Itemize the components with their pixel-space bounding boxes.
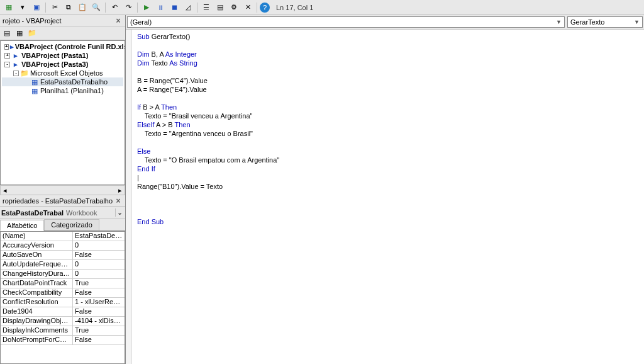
tree-item[interactable]: +▸VBAProject (Controle Funil RD.xlsx [2, 42, 123, 51]
view-dropdown-icon[interactable]: ▾ [16, 2, 29, 13]
object-combo[interactable]: (Geral) ▼ [127, 16, 565, 28]
module-icon: ▦ [30, 77, 39, 86]
code-line[interactable]: Texto = "Brasil venceu a Argentina" [137, 111, 639, 120]
view-object-icon[interactable]: ▦ [14, 28, 25, 38]
save-icon[interactable]: ▣ [30, 2, 43, 13]
module-icon: ▸ [10, 42, 14, 51]
reset-icon[interactable]: ◼ [168, 2, 180, 13]
code-text[interactable]: Sub GerarTexto() Dim B, A As IntegerDim … [132, 30, 644, 364]
scroll-left-icon[interactable]: ◂ [3, 186, 7, 195]
toggle-folders-icon[interactable]: 📁 [26, 28, 38, 38]
code-line[interactable] [137, 67, 639, 76]
tree-item[interactable]: +▸VBAProject (Pasta1) [2, 51, 123, 60]
code-line[interactable] [137, 208, 639, 217]
close-icon[interactable]: × [114, 196, 123, 205]
help-icon[interactable]: ? [260, 3, 270, 13]
chevron-down-icon[interactable]: ▼ [556, 19, 562, 25]
code-line[interactable]: Else [137, 147, 639, 156]
project-panel-title: rojeto - VBAProject [3, 17, 62, 25]
tree-item[interactable]: ▦EstaPastaDeTrabalho [2, 77, 123, 86]
property-row[interactable]: DoNotPromptForConveFalse [1, 336, 125, 345]
tree-item[interactable]: -▸VBAProject (Pasta3) [2, 60, 123, 69]
property-row[interactable]: CheckCompatibilityFalse [1, 288, 125, 298]
property-value[interactable]: 0 [73, 260, 125, 269]
code-line[interactable]: End Sub [137, 217, 639, 226]
property-name: Date1904 [1, 307, 73, 316]
project-tree[interactable]: +▸VBAProject (Controle Funil RD.xlsx+▸VB… [0, 40, 125, 185]
project-scrollbar[interactable]: ◂ ▸ [0, 185, 125, 195]
run-icon[interactable]: ▶ [140, 2, 153, 13]
property-value[interactable]: True [73, 279, 125, 288]
tree-toggle-icon[interactable]: + [4, 44, 9, 50]
code-line[interactable] [137, 138, 639, 147]
code-line[interactable]: Sub GerarTexto() [137, 32, 639, 41]
code-line[interactable] [137, 94, 639, 103]
toolbox-icon[interactable]: ✕ [242, 2, 254, 13]
code-editor[interactable]: Sub GerarTexto() Dim B, A As IntegerDim … [126, 30, 644, 364]
tree-item[interactable]: -📁Microsoft Excel Objetos [2, 69, 123, 77]
tab-alfabetico[interactable]: Alfabético [0, 220, 44, 231]
code-line[interactable]: Dim B, A As Integer [137, 50, 639, 59]
property-row[interactable]: AutoSaveOnFalse [1, 251, 125, 260]
property-value[interactable]: False [73, 288, 125, 297]
main-toolbar: ▦ ▾ ▣ ✂ ⧉ 📋 🔍 ↶ ↷ ▶ ⏸ ◼ ◿ ☰ ▤ ⚙ ✕ ? Ln 1… [0, 0, 644, 15]
code-line[interactable]: End If [137, 164, 639, 173]
chevron-down-icon[interactable]: ▼ [634, 19, 640, 25]
design-mode-icon[interactable]: ◿ [182, 2, 194, 13]
tree-toggle-icon[interactable]: + [4, 53, 10, 59]
property-value[interactable]: False [73, 251, 125, 259]
code-line[interactable]: Texto = "O Brasil empatou com a Argentin… [137, 156, 639, 164]
property-value[interactable]: EstaPastaDeTrabalho [73, 232, 125, 241]
code-line[interactable]: | [137, 173, 639, 182]
procedure-combo-value: GerarTexto [570, 18, 604, 26]
property-value[interactable]: 1 - xlUserResolution [73, 298, 125, 307]
code-line[interactable]: B = Range("C4").Value [137, 76, 639, 85]
code-line[interactable] [137, 191, 639, 200]
property-row[interactable]: ChangeHistoryDuration0 [1, 270, 125, 279]
code-line[interactable] [137, 200, 639, 208]
property-value[interactable]: 0 [73, 241, 125, 250]
property-row[interactable]: DisplayInkCommentsTrue [1, 326, 125, 336]
property-value[interactable]: False [73, 336, 125, 344]
redo-icon[interactable]: ↷ [122, 2, 135, 13]
undo-icon[interactable]: ↶ [108, 2, 121, 13]
scroll-right-icon[interactable]: ▸ [118, 186, 122, 195]
property-row[interactable]: (Name)EstaPastaDeTrabalho [1, 232, 125, 241]
find-icon[interactable]: 🔍 [90, 2, 103, 13]
excel-icon[interactable]: ▦ [3, 2, 15, 13]
code-line[interactable]: If B > A Then [137, 103, 639, 111]
property-row[interactable]: Date1904False [1, 307, 125, 317]
code-line[interactable]: ElseIf A > B Then [137, 120, 639, 129]
tree-toggle-icon[interactable]: - [13, 71, 19, 76]
paste-icon[interactable]: 📋 [76, 2, 89, 13]
code-line[interactable]: Texto = "Argentina venceu o Brasil" [137, 129, 639, 138]
tree-item[interactable]: ▦Planilha1 (Planilha1) [2, 86, 123, 95]
property-row[interactable]: AutoUpdateFrequency0 [1, 260, 125, 270]
cut-icon[interactable]: ✂ [48, 2, 61, 13]
property-row[interactable]: DisplayDrawingObjects-4104 - xlDisplaySh… [1, 317, 125, 326]
procedure-combo[interactable]: GerarTexto ▼ [567, 16, 643, 28]
properties-object-combo[interactable]: EstaPastaDeTrabal Workbook ⌄ [0, 207, 125, 219]
property-row[interactable]: ConflictResolution1 - xlUserResolution [1, 298, 125, 307]
properties-grid[interactable]: (Name)EstaPastaDeTrabalhoAccuracyVersion… [0, 231, 125, 364]
object-browser-icon[interactable]: ⚙ [228, 2, 240, 13]
property-row[interactable]: ChartDataPointTrackTrue [1, 279, 125, 288]
property-row[interactable]: AccuracyVersion0 [1, 241, 125, 251]
break-icon[interactable]: ⏸ [154, 2, 167, 13]
property-value[interactable]: True [73, 326, 125, 335]
tab-categorizado[interactable]: Categorizado [44, 219, 99, 230]
properties-icon[interactable]: ▤ [214, 2, 226, 13]
view-code-icon[interactable]: ▤ [1, 28, 13, 38]
property-value[interactable]: -4104 - xlDisplayShap [73, 317, 125, 326]
close-icon[interactable]: × [114, 16, 123, 25]
code-line[interactable]: A = Range("E4").Value [137, 85, 639, 94]
copy-icon[interactable]: ⧉ [62, 2, 75, 13]
project-explorer-icon[interactable]: ☰ [200, 2, 213, 13]
chevron-down-icon[interactable]: ⌄ [115, 208, 124, 217]
property-value[interactable]: False [73, 307, 125, 316]
tree-toggle-icon[interactable]: - [4, 62, 10, 67]
property-value[interactable]: 0 [73, 270, 125, 278]
code-line[interactable]: Dim Texto As String [137, 59, 639, 67]
code-line[interactable] [137, 41, 639, 50]
code-line[interactable]: Range("B10").Value = Texto [137, 182, 639, 191]
